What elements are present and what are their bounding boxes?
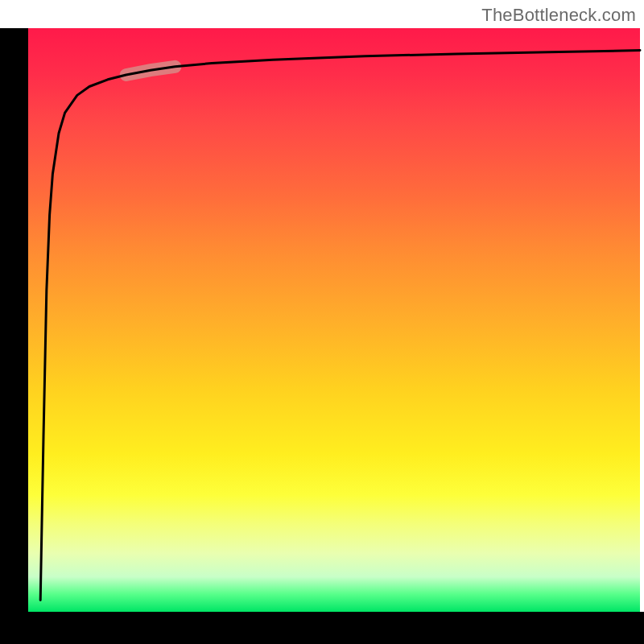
watermark-text: TheBottleneck.com [481, 5, 636, 26]
bottom-axis-border [0, 612, 644, 644]
plot-gradient-background [28, 28, 640, 612]
left-axis-border [0, 28, 28, 612]
chart-frame [0, 0, 644, 644]
